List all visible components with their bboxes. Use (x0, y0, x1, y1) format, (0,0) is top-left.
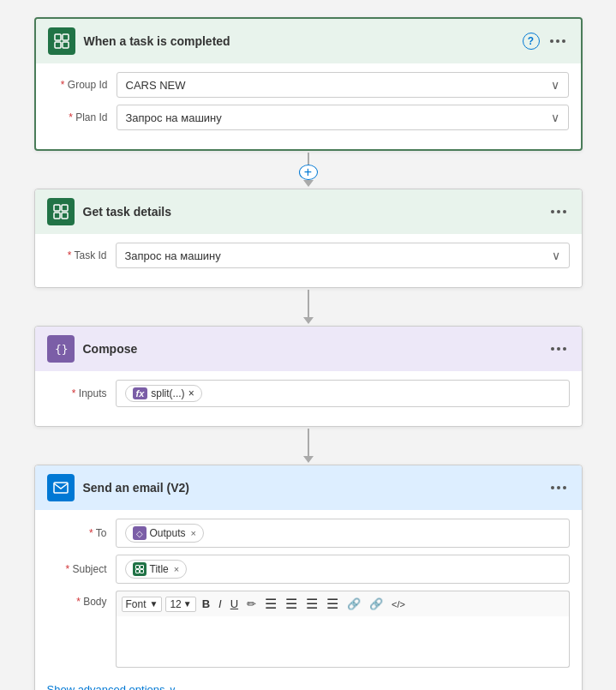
outputs-chip-text: Outputs (150, 527, 186, 539)
help-icon[interactable]: ? (523, 33, 540, 50)
trigger-header: When a task is completed ? (36, 19, 581, 63)
send-email-more-dots-icon (551, 486, 566, 489)
get-task-more-button[interactable] (547, 208, 570, 215)
flow-canvas: When a task is completed ? * Group Id CA… (17, 17, 599, 690)
svg-rect-13 (140, 570, 143, 573)
send-email-card: Send an email (V2) * To ◇ Outputs × (34, 465, 583, 690)
connector-arrow-2 (303, 317, 314, 324)
title-chip-text: Title (150, 563, 169, 575)
connector-line-top-3 (308, 429, 309, 442)
get-task-icon (47, 198, 75, 225)
connector-3 (303, 429, 314, 463)
plan-id-row: * Plan Id Запрос на машину ∨ (48, 105, 569, 130)
underline-button[interactable]: U (228, 597, 241, 611)
send-email-header: Send an email (V2) (35, 465, 582, 510)
italic-button[interactable]: I (216, 597, 224, 611)
align-right-button[interactable]: ☰ (324, 595, 341, 613)
trigger-more-button[interactable] (547, 38, 569, 45)
compose-header: {} Compose (35, 327, 582, 371)
connector-1: + (299, 153, 318, 187)
compose-title: Compose (83, 342, 539, 356)
group-id-input[interactable]: CARS NEW ∨ (117, 72, 569, 98)
split-chip-close[interactable]: × (188, 387, 194, 399)
title-chip-close[interactable]: × (174, 564, 179, 574)
title-chip[interactable]: Title × (125, 560, 188, 579)
get-task-title: Get task details (83, 205, 539, 219)
connector-arrow-1 (303, 180, 314, 187)
compose-actions (547, 345, 570, 352)
send-email-actions (547, 484, 570, 491)
svg-rect-5 (62, 205, 68, 211)
task-id-input[interactable]: Запрос на машину ∨ (116, 243, 570, 268)
svg-rect-6 (54, 213, 60, 219)
connector-line-bot-3 (308, 442, 309, 456)
link-button[interactable]: 🔗 (344, 597, 363, 611)
body-textarea[interactable] (116, 616, 570, 668)
get-task-header: Get task details (35, 189, 582, 234)
font-select[interactable]: Font ▼ (122, 597, 163, 612)
connector-line-top-2 (308, 290, 309, 303)
svg-rect-3 (63, 42, 69, 48)
svg-rect-1 (63, 34, 69, 40)
send-email-more-button[interactable] (547, 484, 570, 491)
subject-label: * Subject (47, 563, 107, 575)
compose-more-button[interactable] (547, 345, 570, 352)
plan-id-value: Запрос на машину (126, 111, 222, 124)
inputs-row: * Inputs fx split(...) × (47, 380, 570, 407)
font-label: Font (126, 598, 147, 610)
body-row: * Body Font ▼ 12 ▼ B I U (47, 591, 570, 668)
compose-icon: {} (47, 335, 75, 363)
outputs-chip[interactable]: ◇ Outputs × (125, 524, 204, 543)
svg-rect-7 (62, 213, 68, 219)
compose-card: {} Compose * Inputs fx split(...) (34, 326, 583, 427)
task-id-row: * Task Id Запрос на машину ∨ (47, 243, 570, 268)
fx-chip[interactable]: fx split(...) × (125, 385, 202, 402)
show-advanced-button[interactable]: Show advanced options ∨ (47, 683, 176, 690)
trigger-actions: ? (523, 33, 569, 50)
font-size-select[interactable]: 12 ▼ (165, 597, 195, 612)
add-step-button-1[interactable]: + (299, 165, 318, 180)
trigger-icon (48, 27, 75, 55)
get-task-card: Get task details * Task Id Запрос на маш… (34, 189, 583, 288)
inputs-field[interactable]: fx split(...) × (116, 380, 570, 407)
font-size-arrow-icon: ▼ (183, 599, 192, 609)
split-chip-text: split(...) (151, 387, 184, 399)
align-left-button[interactable]: ☰ (303, 595, 320, 613)
title-chip-icon (133, 562, 147, 576)
unordered-list-button[interactable]: ☰ (262, 597, 279, 612)
to-input[interactable]: ◇ Outputs × (116, 519, 570, 548)
task-id-value: Запрос на машину (125, 249, 221, 262)
body-editor-container: Font ▼ 12 ▼ B I U ✏ ☰ ☰ ☰ (116, 591, 570, 668)
code-button[interactable]: </> (389, 598, 408, 610)
bold-button[interactable]: B (200, 597, 212, 611)
connector-2 (303, 290, 314, 324)
svg-rect-2 (55, 42, 61, 48)
outputs-chip-close[interactable]: × (191, 528, 196, 538)
to-row: * To ◇ Outputs × (47, 519, 570, 548)
body-label: * Body (47, 591, 107, 608)
fx-icon: fx (133, 387, 148, 399)
plan-id-arrow-icon: ∨ (551, 111, 559, 124)
subject-input[interactable]: Title × (116, 555, 570, 584)
text-color-button[interactable]: ✏ (244, 597, 259, 611)
plan-id-input[interactable]: Запрос на машину ∨ (117, 105, 569, 130)
group-id-arrow-icon: ∨ (551, 78, 559, 92)
svg-rect-0 (55, 34, 61, 40)
send-email-body: * To ◇ Outputs × * Subject (35, 510, 582, 690)
rich-toolbar: Font ▼ 12 ▼ B I U ✏ ☰ ☰ ☰ (116, 591, 570, 616)
group-id-value: CARS NEW (126, 79, 186, 92)
trigger-body: * Group Id CARS NEW ∨ * Plan Id Запрос н… (36, 63, 581, 149)
connector-line-top-1 (308, 153, 309, 165)
group-id-label: * Group Id (48, 79, 108, 91)
task-id-arrow-icon: ∨ (552, 249, 560, 262)
font-dropdown-icon: ▼ (150, 599, 158, 609)
ordered-list-button[interactable]: ☰ (283, 597, 300, 612)
svg-rect-4 (54, 205, 60, 211)
connector-arrow-3 (303, 456, 314, 463)
send-email-title: Send an email (V2) (83, 481, 539, 495)
unlink-button[interactable]: 🔗 (367, 597, 386, 611)
svg-rect-12 (135, 570, 139, 573)
plan-id-label: * Plan Id (48, 111, 108, 123)
group-id-row: * Group Id CARS NEW ∨ (48, 72, 569, 98)
font-size-value: 12 (170, 598, 181, 610)
